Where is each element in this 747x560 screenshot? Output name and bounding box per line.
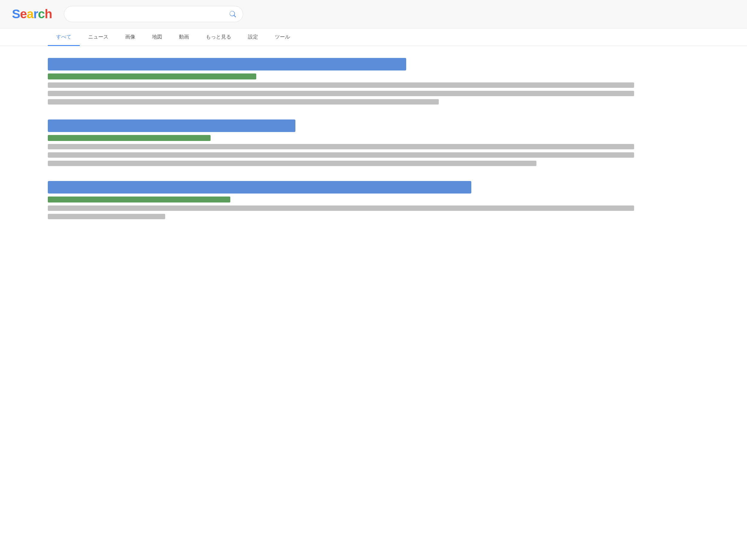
result-desc-bar [48, 99, 439, 104]
result-desc-bar [48, 214, 165, 219]
search-input[interactable] [70, 11, 226, 17]
result-item [48, 181, 699, 219]
nav-tabs: すべてニュース画像地図動画もっと見る設定ツール [0, 28, 747, 46]
result-title-bar[interactable] [48, 58, 406, 71]
nav-tab-地図[interactable]: 地図 [144, 29, 171, 46]
result-desc-bar [48, 91, 634, 96]
main-content [0, 46, 747, 231]
result-url-bar [48, 74, 256, 79]
nav-tab-すべて[interactable]: すべて [48, 29, 80, 46]
result-desc-bar [48, 82, 634, 88]
result-desc-bar [48, 144, 634, 149]
logo-letter-r: r [33, 7, 38, 21]
logo-letter-e: e [20, 7, 27, 21]
nav-tab-画像[interactable]: 画像 [117, 29, 144, 46]
logo-letter-a: a [27, 7, 33, 21]
result-title-bar[interactable] [48, 181, 471, 194]
header: Search [0, 0, 747, 28]
result-item [48, 58, 699, 104]
search-bar-wrapper [64, 6, 243, 22]
result-item [48, 120, 699, 166]
result-desc-bar [48, 205, 634, 211]
logo-letter-c: c [38, 7, 45, 21]
logo-letter-s: S [12, 7, 20, 21]
logo-letter-h: h [45, 7, 52, 21]
logo: Search [12, 7, 52, 21]
result-desc-bar [48, 152, 634, 158]
result-desc-bar [48, 161, 536, 166]
result-url-bar [48, 135, 211, 141]
result-title-bar[interactable] [48, 120, 295, 132]
nav-tab-ツール[interactable]: ツール [266, 29, 299, 46]
search-button[interactable] [229, 10, 237, 18]
search-bar [64, 6, 243, 22]
search-icon [229, 10, 237, 18]
nav-tab-もっと見る[interactable]: もっと見る [198, 29, 239, 46]
nav-tab-ニュース[interactable]: ニュース [80, 29, 117, 46]
nav-tab-動画[interactable]: 動画 [171, 29, 198, 46]
result-url-bar [48, 197, 230, 203]
nav-tab-設定[interactable]: 設定 [239, 29, 266, 46]
